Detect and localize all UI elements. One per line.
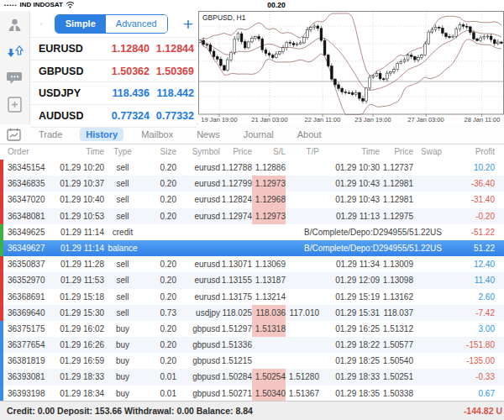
add-symbol-button[interactable]: + — [183, 17, 193, 32]
history-row-36393081[interactable]: 3639308101.29 18:33buy0.01gbpusd1.502841… — [0, 369, 504, 385]
history-row-36375175[interactable]: 3637517501.29 16:02buy0.20gbpusd1.512971… — [0, 321, 504, 337]
cell-size: 0.73 — [141, 305, 176, 321]
column-header-size: Size — [141, 144, 176, 160]
cell-time: 01.29 16:26 — [55, 337, 104, 353]
history-row-36369640[interactable]: 3636964001.29 15:30sell0.73usdjpy118.025… — [0, 305, 504, 321]
cell-order: 36350837 — [3, 256, 55, 272]
history-row-36346835[interactable]: 3634683501.29 10:37sell0.20eurusd1.12799… — [0, 176, 504, 192]
quote-row-eurusd[interactable]: EURUSD 1.12840 1.12844 — [30, 38, 197, 60]
cell-swap — [413, 160, 442, 176]
simple-mode-button[interactable]: Simple — [55, 15, 106, 33]
cell-type: buy — [104, 321, 141, 337]
quote-row-usdjpy[interactable]: USDJPY 118.436 118.442 — [30, 82, 197, 105]
cell-type: buy — [104, 386, 141, 402]
cell-price2: 1.50338 — [380, 386, 413, 402]
column-header-tp: T/P — [286, 144, 319, 160]
cell-time: 01.29 18:33 — [55, 369, 104, 385]
carrier-info: ••••• IND INDOSAT — [4, 1, 75, 8]
pencil-icon[interactable] — [40, 17, 43, 31]
cell-profit: -51.22 — [442, 224, 504, 240]
clock: 00.20 — [257, 1, 296, 9]
cell-order: 36369640 — [3, 305, 55, 321]
cell-time2: 01.29 12:09 — [319, 272, 380, 288]
cell-deal-info: B/Complete/Depo:D294955/51.22US — [141, 240, 442, 256]
cell-tp — [286, 208, 319, 224]
svg-text:28 Jan 11:00: 28 Jan 11:00 — [465, 116, 501, 123]
account-icon[interactable] — [7, 18, 23, 33]
cell-profit: 51.22 — [442, 240, 504, 256]
chat-icon[interactable] — [7, 71, 23, 86]
cell-order: 36381819 — [3, 353, 55, 369]
history-row-36350837[interactable]: 3635083701.29 11:28sell0.20eurusd1.13071… — [0, 256, 504, 272]
svg-text:22 Jan 11:00: 22 Jan 11:00 — [305, 116, 341, 123]
symbol-label: EURUSD — [39, 43, 102, 55]
history-row-36349625[interactable]: 3634962501.29 11:14creditB/Complete/Depo… — [0, 224, 504, 240]
svg-text:19 Jan 19:00: 19 Jan 19:00 — [201, 116, 237, 123]
history-row-36349627[interactable]: 3634962701.29 11:14balanceB/Complete/Dep… — [0, 240, 504, 256]
advanced-mode-button[interactable]: Advanced — [106, 15, 167, 33]
cell-tp: 1.51367 — [286, 386, 319, 402]
cell-size: 0.01 — [141, 386, 176, 402]
cell-price: 1.13071 — [220, 256, 252, 272]
column-header-symbol: Symbol — [176, 144, 220, 160]
cell-size: 0.20 — [141, 353, 176, 369]
cell-type: buy — [104, 369, 141, 385]
document-add-icon[interactable] — [8, 97, 22, 113]
tab-trade[interactable]: Trade — [33, 128, 68, 141]
cell-time2: 01.29 15:31 — [319, 305, 380, 321]
quote-row-gbpusd[interactable]: GBPUSD 1.50362 1.50369 — [30, 60, 197, 83]
cell-price2: 1.13009 — [380, 256, 413, 272]
cell-tp — [286, 192, 319, 207]
cell-price: 1.12799 — [220, 176, 252, 192]
quote-row-audusd[interactable]: AUDUSD 0.77324 0.77332 — [30, 105, 197, 128]
history-row-36352970[interactable]: 3635297001.29 11:53sell0.20eurusd1.13155… — [0, 272, 504, 288]
history-row-36368691[interactable]: 3636869101.29 15:18sell0.20eurusd1.13175… — [0, 289, 504, 305]
history-row-36347020[interactable]: 3634702001.29 10:40sell0.20eurusd1.12824… — [0, 192, 504, 207]
cell-symbol: eurusd — [176, 160, 220, 176]
candlestick-chart-svg[interactable]: GBPUSD, H119 Jan 19:0021 Jan 03:0022 Jan… — [198, 11, 504, 124]
cell-symbol: gbpusd — [176, 353, 220, 369]
price-chart[interactable]: GBPUSD, H119 Jan 19:0021 Jan 03:0022 Jan… — [198, 11, 504, 124]
account-summary-text: Credit: 0.00 Deposit: 153.66 Withdrawal:… — [0, 406, 464, 416]
symbol-label: AUDUSD — [39, 110, 102, 122]
tab-journal[interactable]: Journal — [238, 128, 280, 141]
trade-arrows-icon[interactable] — [7, 44, 24, 60]
top-section: Simple Advanced + EURUSD 1.12840 1.12844… — [0, 11, 504, 124]
cell-time2: 01.29 11:13 — [319, 208, 380, 224]
cell-price2: 1.12737 — [380, 160, 413, 176]
cell-price: 1.12824 — [220, 192, 252, 207]
cell-price: 1.13175 — [220, 289, 252, 305]
history-row-36348081[interactable]: 3634808101.29 10:53sell0.20eurusd1.12974… — [0, 208, 504, 224]
cell-order: 36377654 — [3, 337, 55, 353]
history-row-36345154[interactable]: 3634515401.29 10:20sell0.20eurusd1.12788… — [0, 160, 504, 176]
cell-time: 01.29 15:30 — [55, 305, 104, 321]
cell-type: sell — [104, 272, 141, 288]
cell-sl: 1.12886 — [252, 160, 286, 176]
cell-time: 01.29 18:34 — [55, 386, 104, 402]
cell-sl — [252, 353, 286, 369]
cell-symbol: gbpusd — [176, 386, 220, 402]
history-row-36381819[interactable]: 3638181901.29 16:59buy0.20gbpusd1.512150… — [0, 353, 504, 369]
cell-time: 01.29 11:28 — [55, 256, 104, 272]
history-row-36393198[interactable]: 3639319801.29 18:34buy0.01gbpusd1.502711… — [0, 386, 504, 402]
cell-tp — [286, 272, 319, 288]
tab-about[interactable]: About — [291, 128, 328, 141]
cell-time: 01.29 15:18 — [55, 289, 104, 305]
column-header-time2: Time — [319, 144, 380, 160]
cell-time: 01.29 10:40 — [55, 192, 104, 207]
cell-swap — [413, 337, 442, 353]
tab-mailbox[interactable]: Mailbox — [135, 128, 179, 141]
cell-price: 1.51215 — [220, 353, 252, 369]
cell-order: 36368691 — [3, 289, 55, 305]
tab-history[interactable]: History — [80, 128, 123, 141]
cell-type: balance — [104, 240, 141, 256]
history-row-36377654[interactable]: 3637765401.29 16:26buy0.20gbpusd1.513360… — [0, 337, 504, 353]
column-header-price2: Price — [380, 144, 413, 160]
cell-price2: 1.12981 — [380, 192, 413, 207]
carrier-name: IND INDOSAT — [20, 1, 63, 8]
tab-news[interactable]: News — [191, 128, 226, 141]
cell-price: 1.51297 — [220, 321, 252, 337]
cell-profit: -0.20 — [442, 208, 504, 224]
cell-sl: 1.51318 — [252, 321, 286, 337]
ask-price: 0.77332 — [150, 110, 194, 122]
